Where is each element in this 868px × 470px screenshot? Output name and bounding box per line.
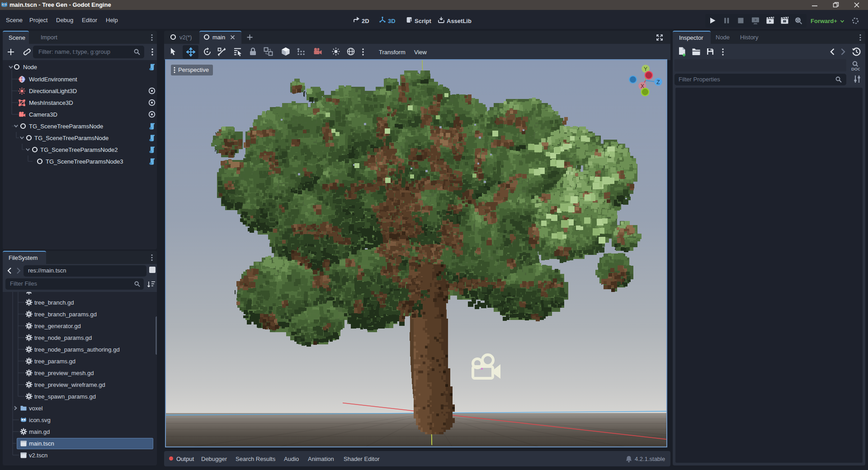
svg-text:Y: Y xyxy=(644,66,647,72)
svg-text:Z: Z xyxy=(656,79,660,85)
svg-text:DOC: DOC xyxy=(851,66,860,71)
